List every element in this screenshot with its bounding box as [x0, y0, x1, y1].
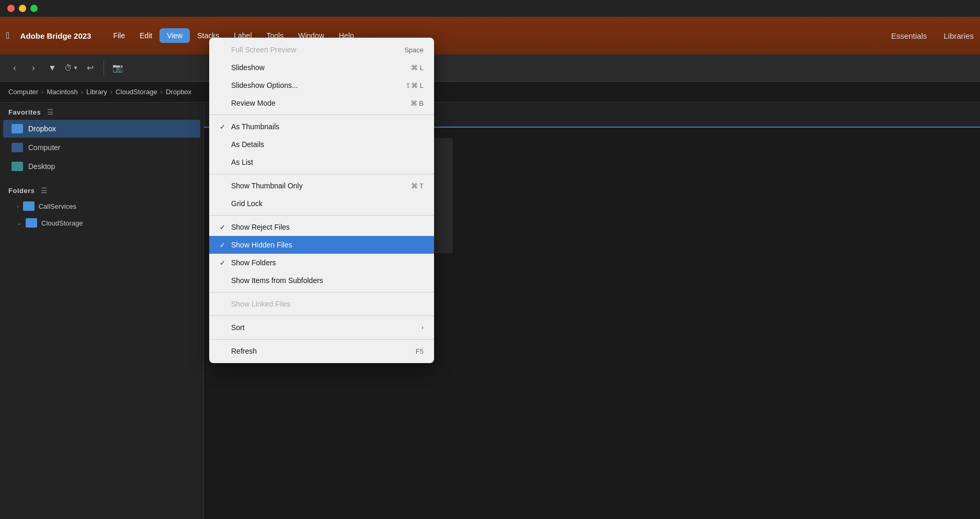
- menu-label-1: Slideshow: [231, 63, 408, 72]
- menu-entry-show-folders[interactable]: ✓Show Folders: [209, 254, 434, 272]
- menu-label-3: Review Mode: [231, 99, 407, 107]
- menu-divider-18: [209, 315, 434, 316]
- menu-label-14: Show Folders: [231, 258, 424, 267]
- menu-entry-show-reject-files[interactable]: ✓Show Reject Files: [209, 218, 434, 236]
- menu-label-12: Show Reject Files: [231, 223, 424, 231]
- menu-label-9: Show Thumbnail Only: [231, 182, 408, 190]
- menu-entry-as-thumbnails[interactable]: ✓As Thumbnails: [209, 118, 434, 136]
- menu-entry-sort[interactable]: Sort›: [209, 319, 434, 336]
- menu-divider-8: [209, 174, 434, 174]
- menu-check-5: ✓: [220, 123, 228, 131]
- menu-label-19: Sort: [231, 323, 418, 332]
- menu-entry-full-screen-preview: Full Screen PreviewSpace: [209, 41, 434, 59]
- menu-submenu-arrow-19: ›: [421, 324, 424, 331]
- menu-shortcut-0: Space: [404, 46, 424, 54]
- menu-entry-slideshow[interactable]: Slideshow⌘ L: [209, 59, 434, 76]
- menu-label-0: Full Screen Preview: [231, 46, 401, 54]
- menu-entry-as-details[interactable]: As Details: [209, 136, 434, 153]
- menu-label-17: Show Linked Files: [231, 300, 424, 308]
- dropdown-overlay: Full Screen PreviewSpaceSlideshow⌘ LSlid…: [0, 0, 980, 519]
- menu-label-10: Grid Lock: [231, 199, 424, 208]
- menu-entry-show-linked-files: Show Linked Files: [209, 295, 434, 313]
- menu-entry-refresh[interactable]: RefreshF5: [209, 342, 434, 360]
- menu-shortcut-9: ⌘ T: [411, 182, 424, 190]
- menu-entry-slideshow-options...[interactable]: Slideshow Options...⇧⌘ L: [209, 76, 434, 94]
- menu-divider-4: [209, 115, 434, 115]
- menu-shortcut-2: ⇧⌘ L: [405, 82, 424, 89]
- menu-check-14: ✓: [220, 259, 228, 267]
- menu-entry-grid-lock[interactable]: Grid Lock: [209, 195, 434, 212]
- menu-label-7: As List: [231, 158, 424, 166]
- menu-label-6: As Details: [231, 140, 424, 149]
- menu-check-12: ✓: [220, 223, 228, 231]
- menu-shortcut-3: ⌘ B: [411, 99, 424, 107]
- menu-label-13: Show Hidden Files: [231, 241, 424, 249]
- menu-entry-show-items-from-subfolders[interactable]: Show Items from Subfolders: [209, 272, 434, 289]
- menu-label-15: Show Items from Subfolders: [231, 276, 424, 285]
- menu-entry-as-list[interactable]: As List: [209, 153, 434, 171]
- menu-label-21: Refresh: [231, 347, 413, 355]
- menu-label-2: Slideshow Options...: [231, 81, 402, 89]
- menu-shortcut-1: ⌘ L: [411, 64, 424, 72]
- menu-entry-show-thumbnail-only[interactable]: Show Thumbnail Only⌘ T: [209, 177, 434, 195]
- menu-shortcut-21: F5: [416, 347, 424, 355]
- menu-entry-review-mode[interactable]: Review Mode⌘ B: [209, 94, 434, 112]
- view-dropdown-menu: Full Screen PreviewSpaceSlideshow⌘ LSlid…: [209, 38, 434, 363]
- menu-divider-11: [209, 215, 434, 216]
- menu-divider-20: [209, 339, 434, 340]
- menu-entry-show-hidden-files[interactable]: ✓Show Hidden Files: [209, 236, 434, 254]
- menu-label-5: As Thumbnails: [231, 122, 424, 131]
- menu-check-13: ✓: [220, 241, 228, 249]
- menu-divider-16: [209, 292, 434, 292]
